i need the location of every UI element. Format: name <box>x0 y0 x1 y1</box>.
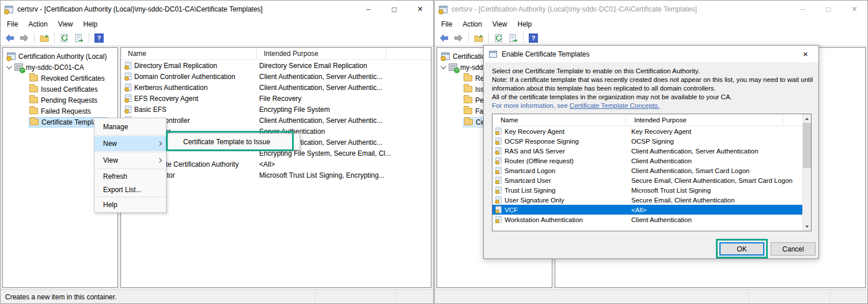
back-icon[interactable] <box>438 32 450 44</box>
context-menu-item-refresh[interactable]: Refresh <box>94 170 166 183</box>
tree-item-revoked-certificates[interactable]: Revoked Certificates <box>3 73 117 84</box>
tree-item-pending-requests[interactable]: Pending Requests <box>3 95 117 106</box>
table-row[interactable]: Domain Controller Authentication Client … <box>121 71 431 82</box>
titlebar[interactable]: certsrv - [Certification Authority (Loca… <box>435 1 867 18</box>
context-menu-item-new[interactable]: New <box>94 136 166 151</box>
menu-action[interactable]: Action <box>23 19 52 29</box>
table-row[interactable]: Router (Offline request) Client Authenti… <box>492 156 802 166</box>
export-list-icon[interactable] <box>507 32 520 44</box>
context-menu-item-manage[interactable]: Manage <box>94 119 166 134</box>
close-button[interactable] <box>842 1 867 18</box>
table-row[interactable]: Smartcard Logon Client Authentication, S… <box>492 166 802 175</box>
menu-file[interactable]: File <box>2 19 23 29</box>
help-icon[interactable]: ? <box>93 32 105 44</box>
scroll-down-icon[interactable] <box>803 222 811 231</box>
table-row[interactable]: Kerberos Authentication Client Authentic… <box>121 82 431 93</box>
context-menu-item-view[interactable]: View <box>94 153 166 168</box>
table-row[interactable]: Directory Email Replication Directory Se… <box>121 60 431 71</box>
dialog-line: Note: If a certificate template that was… <box>492 76 813 84</box>
help-icon[interactable]: ? <box>527 32 540 44</box>
submenu-item-label: Certificate Template to Issue <box>183 138 270 146</box>
status-text: Creates a new item in this container. <box>5 293 116 301</box>
submenu-certificate-template-to-issue[interactable]: Certificate Template to Issue <box>168 133 300 150</box>
show-hide-tree-icon[interactable] <box>38 32 51 44</box>
menu-view[interactable]: View <box>53 19 78 29</box>
column-header-name[interactable]: Name <box>121 48 257 59</box>
tree-item-certification-authority[interactable]: Certification Authority (Local) <box>3 51 117 62</box>
table-row[interactable]: Workstation Authentication Client Authen… <box>492 215 802 224</box>
template-purpose: <All> <box>626 207 802 213</box>
window-title: certsrv - [Certification Authority (Loca… <box>17 5 263 13</box>
chevron-down-icon[interactable] <box>6 63 12 69</box>
tree-item-issued-certificates[interactable]: Issued Certificates <box>3 84 117 95</box>
folder-icon <box>464 108 472 114</box>
table-row[interactable]: Basic EFS Encrypting File System <box>121 104 431 115</box>
chevron-down-icon[interactable] <box>441 63 446 69</box>
templates-list-pane: Name Intended Purpose Directory Email Re… <box>120 47 431 288</box>
statusbar <box>435 290 867 303</box>
cancel-button[interactable]: Cancel <box>771 242 816 256</box>
dialog-close-icon[interactable]: × <box>793 46 818 62</box>
certificate-template-icon <box>125 106 131 113</box>
certification-authority-icon <box>441 52 450 60</box>
minimize-button[interactable] <box>355 1 381 18</box>
menu-item-label: View <box>103 156 118 164</box>
minimize-button[interactable] <box>790 1 816 18</box>
export-list-icon[interactable] <box>73 32 85 44</box>
tree-item-ca[interactable]: my-sddc-DC01-CA <box>3 62 117 73</box>
refresh-icon[interactable] <box>492 32 505 44</box>
column-header-intended-purpose[interactable]: Intended Purpose <box>257 48 386 59</box>
template-name: Kerberos Authentication <box>134 84 207 92</box>
show-hide-tree-icon[interactable] <box>472 32 485 44</box>
table-row-selected-vcf[interactable]: VCF <All> <box>492 205 802 215</box>
list-rows: Key Recovery Agent Key Recovery Agent OC… <box>492 126 802 231</box>
certificate-template-icon <box>495 138 501 145</box>
template-purpose: Key Recovery Agent <box>626 128 802 135</box>
template-name: Router (Offline request) <box>505 157 574 164</box>
certificate-template-concepts-link[interactable]: Certificate Template Concepts. <box>570 102 659 109</box>
toolbar: ? <box>1 31 433 46</box>
dialog-titlebar[interactable]: Enable Certificate Templates × <box>484 46 818 62</box>
template-purpose: Client Authentication <box>626 216 802 223</box>
menu-action[interactable]: Action <box>457 19 487 29</box>
back-icon[interactable] <box>3 32 16 44</box>
dialog-line: information about this template has been… <box>492 84 813 93</box>
table-row[interactable]: Key Recovery Agent Key Recovery Agent <box>492 126 802 136</box>
menu-view[interactable]: View <box>487 19 513 29</box>
context-menu-item-help[interactable]: Help <box>94 198 166 211</box>
titlebar[interactable]: certsrv - [Certification Authority (Loca… <box>1 1 433 18</box>
scroll-up-icon[interactable] <box>803 114 811 123</box>
table-row[interactable]: User Signature Only Secure Email, Client… <box>492 195 802 205</box>
table-row[interactable]: Smartcard User Secure Email, Client Auth… <box>492 175 802 185</box>
menu-item-label: New <box>103 140 117 148</box>
forward-icon[interactable] <box>18 32 31 44</box>
refresh-icon[interactable] <box>58 32 71 44</box>
table-row[interactable]: Subordinate Certification Authority <All… <box>121 159 431 170</box>
menu-separator <box>95 152 165 152</box>
menu-file[interactable]: File <box>436 19 457 29</box>
column-header-name[interactable]: Name <box>492 114 626 126</box>
forward-icon[interactable] <box>452 32 465 44</box>
template-purpose: Secure Email, Client Authentication, Sma… <box>626 177 802 184</box>
folder-icon <box>29 97 38 103</box>
tree-item-failed-requests[interactable]: Failed Requests <box>3 106 117 117</box>
table-row[interactable]: OCSP Response Signing OCSP Signing <box>492 136 802 146</box>
ok-button[interactable]: OK <box>719 242 764 256</box>
table-row[interactable]: RAS and IAS Server Client Authentication… <box>492 146 802 156</box>
table-row[interactable]: Domain Controller Client Authentication,… <box>121 115 431 126</box>
menu-help[interactable]: Help <box>513 19 537 29</box>
context-menu-item-export-list[interactable]: Export List... <box>94 183 166 196</box>
menu-separator <box>95 197 165 197</box>
column-header-intended-purpose[interactable]: Intended Purpose <box>626 114 783 126</box>
scrollbar-thumb[interactable] <box>803 123 811 168</box>
scrollbar[interactable] <box>802 114 811 231</box>
table-row[interactable]: EFS Recovery Agent File Recovery <box>121 93 431 104</box>
statusbar: Creates a new item in this container. <box>1 290 433 303</box>
table-row[interactable]: Trust List Signing Microsoft Trust List … <box>492 185 802 195</box>
close-button[interactable] <box>407 1 433 18</box>
list-header: Name Intended Purpose <box>492 114 811 126</box>
menu-help[interactable]: Help <box>78 19 103 29</box>
maximize-button[interactable] <box>816 1 842 18</box>
maximize-button[interactable] <box>381 1 407 18</box>
table-row[interactable]: Administrator Microsoft Trust List Signi… <box>121 170 431 181</box>
